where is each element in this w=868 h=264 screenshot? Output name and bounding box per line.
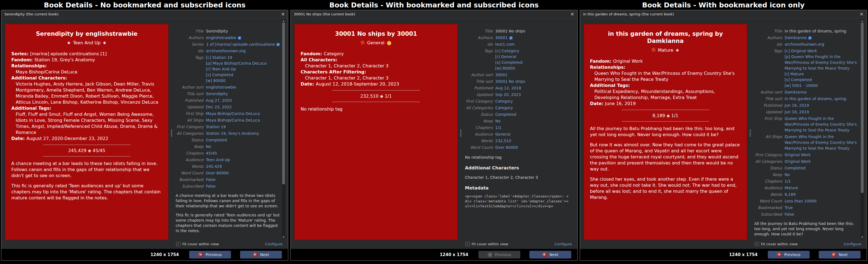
scrollbar-thumb[interactable] <box>282 23 285 184</box>
book-details-panel: TitleSerendipityAuthorsenglishstrawbieSe… <box>175 19 286 241</box>
tag-link[interactable]: [w] 80000 <box>495 65 569 71</box>
book-cover[interactable]: Serendipityby englishstrawbie ◈ Teen And… <box>5 24 168 240</box>
scrollbar-track[interactable] <box>282 23 285 235</box>
cover-field-value: June 16, 2019 <box>605 101 636 106</box>
metadata-value: 30001 No ships <box>495 28 569 34</box>
book-cover[interactable]: 30001 No shipsby 30001 General Fandom:Ca… <box>294 24 458 240</box>
tag-link[interactable]: [p] Queen Who Fought in the War/Princess… <box>784 54 859 71</box>
metadata-label: Word Count <box>754 198 784 204</box>
metadata-value[interactable]: [c] Category[r] General[s] Completed[w] … <box>495 48 569 71</box>
details-scrollbar[interactable]: ▲ ▼ <box>282 19 285 239</box>
scroll-up-icon[interactable]: ▲ <box>283 19 284 23</box>
figure-captions: Book Details - No bookmarked and subscri… <box>0 0 868 10</box>
metadata-value[interactable]: archiveofourown.org <box>784 41 859 47</box>
metadata-row: Author sortenglishstrawbie <box>176 85 280 90</box>
metadata-value: No <box>784 172 859 178</box>
metadata-value[interactable]: archiveofourown.org <box>206 48 280 54</box>
scrollbar-track[interactable] <box>861 23 864 235</box>
splitter-handle[interactable] <box>168 19 175 249</box>
scrollbar-thumb[interactable] <box>861 23 864 193</box>
fit-cover-checkbox[interactable]: ✓ <box>755 242 759 246</box>
tag-link[interactable]: [r] General <box>495 54 569 60</box>
close-icon[interactable]: × <box>570 12 574 16</box>
tag-link[interactable]: [w] 5001 - 10000 <box>784 83 859 89</box>
splitter-dots-icon <box>460 130 461 137</box>
metadata-row: Words245,429 <box>176 164 280 169</box>
book-cover[interactable]: in this garden of dreams, springby Damki… <box>584 24 747 240</box>
metadata-value-text: 1/1 <box>495 125 502 130</box>
metadata-row: UpdatedDec 23, 2022 <box>176 104 280 110</box>
metadata-table: Title30001 No shipsAuthors30001Idstest1.… <box>465 28 569 151</box>
splitter-handle[interactable] <box>458 19 464 249</box>
metadata-value[interactable]: [c] Original Work[p] Queen Who Fought in… <box>784 48 859 89</box>
tag-link[interactable]: [r] Mature <box>784 71 859 77</box>
previous-button[interactable]: ◀ Previous <box>768 251 810 259</box>
tag-link[interactable]: [r] Teen And Up <box>206 66 280 72</box>
metadata-label: Title <box>176 28 206 34</box>
metadata-value: Dec 23, 2022 <box>206 104 280 110</box>
cover-field-value: Original Work <box>613 59 643 64</box>
scroll-up-icon[interactable]: ▲ <box>861 19 863 23</box>
tag-link[interactable]: [p] Maya Bishop/Carina DeLuca <box>206 61 280 66</box>
previous-button[interactable]: ◀ Previous <box>189 251 231 259</box>
next-button[interactable]: ▶ Next <box>819 251 861 259</box>
next-button[interactable]: ▶ Next <box>529 251 571 259</box>
metadata-row: AudienceTeen And Up <box>176 157 280 163</box>
metadata-value: Serendipity <box>206 28 280 34</box>
window-titlebar[interactable]: in this garden of dreams, spring (the cu… <box>580 10 867 19</box>
cover-field-value: Queen Who Fought in the War/Princess of … <box>590 70 741 82</box>
next-label: Next <box>550 253 559 257</box>
metadata-value[interactable]: [c] Station 19[p] Maya Bishop/Carina DeL… <box>206 55 280 84</box>
tag-link[interactable]: [s] Completed <box>784 77 859 83</box>
metadata-value: 8,189 <box>784 192 859 197</box>
window-titlebar[interactable]: Serendipity (the current book) × <box>1 10 288 19</box>
metadata-value[interactable]: 30001 <box>495 35 569 41</box>
fit-cover-checkbox[interactable]: ✓ <box>176 242 180 246</box>
tag-link[interactable]: [c] Station 19 <box>206 55 280 61</box>
details-scrollbar[interactable]: ▲ ▼ <box>861 19 864 239</box>
metadata-value[interactable]: englishstrawbie <box>206 35 280 41</box>
metadata-value: Aug 12, 2018 <box>495 85 569 91</box>
metadata-value[interactable]: 1 of [marina] episode continuations <box>206 41 280 47</box>
metadata-label: First Ship <box>176 111 206 117</box>
cover-field: Additional Tags: <box>590 82 741 89</box>
previous-button[interactable]: ◀ Previous <box>478 251 520 259</box>
configure-link[interactable]: Configure <box>844 242 861 246</box>
rating-line: General <box>301 40 452 45</box>
scroll-down-icon[interactable]: ▼ <box>861 235 863 239</box>
metadata-value[interactable]: Damkianna <box>784 35 859 41</box>
cover-column: 30001 No shipsby 30001 General Fandom:Ca… <box>294 19 458 249</box>
configure-link[interactable]: Configure <box>265 242 282 246</box>
tag-link[interactable]: [s] Completed <box>495 60 569 65</box>
fit-cover-checkbox[interactable]: ✓ <box>466 242 470 246</box>
close-icon[interactable]: × <box>281 12 285 16</box>
cover-field: Date:June 16, 2019 <box>590 101 741 107</box>
cover-field-label: Date: <box>301 81 314 87</box>
close-icon[interactable]: × <box>860 12 864 16</box>
scroll-down-icon[interactable]: ▼ <box>283 235 284 239</box>
splitter-handle[interactable] <box>747 19 753 249</box>
configure-link[interactable]: Configure <box>554 242 572 246</box>
metadata-value[interactable]: test1.com <box>495 41 569 47</box>
cover-field-value: Fluff, Fluff and Smut, Fluff and Angst, … <box>11 111 162 136</box>
fit-cover-label[interactable]: Fit cover within view <box>761 242 798 246</box>
metadata-value-text: englishstrawbie <box>206 35 236 40</box>
rating-line: Mature ◈ <box>590 47 741 53</box>
metadata-row: Author sort30001 <box>465 72 569 78</box>
tag-link[interactable]: [w] 80000 <box>206 78 280 84</box>
tag-link[interactable]: [s] Completed <box>206 72 280 78</box>
next-button[interactable]: ▶ Next <box>240 251 282 259</box>
metadata-label: Published <box>754 103 784 108</box>
metadata-value: 1/1 <box>495 125 569 131</box>
window-titlebar[interactable]: 30001 No ships (the current book) × <box>291 10 577 19</box>
tag-link[interactable]: [c] Original Work <box>784 48 859 54</box>
metadata-label: Authors <box>465 35 495 41</box>
metadata-row: All ShipsQueen Who Fought in the War/Pri… <box>754 134 859 151</box>
metadata-label: Published <box>176 98 206 103</box>
cover-field-label: Characters After Filtering: <box>301 69 366 74</box>
cover-field-value: Category <box>324 51 344 56</box>
metadata-value: Station 19, Grey's Anatomy <box>206 131 280 136</box>
fit-cover-label[interactable]: Fit cover within view <box>472 242 508 246</box>
fit-cover-label[interactable]: Fit cover within view <box>182 242 219 246</box>
tag-link[interactable]: [c] Category <box>495 48 569 54</box>
